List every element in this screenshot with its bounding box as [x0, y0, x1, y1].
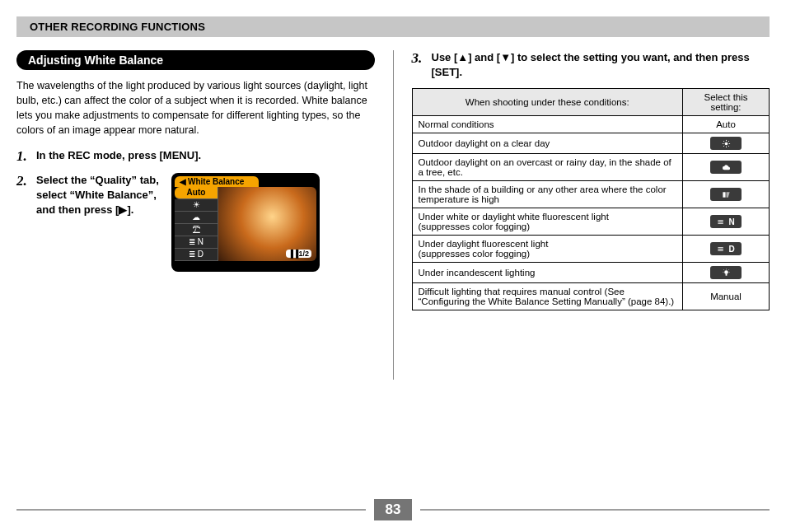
page-footer: 83: [16, 499, 770, 520]
table-row: Outdoor daylight on an overcast or rainy…: [412, 154, 770, 181]
setting-cell: [683, 154, 770, 181]
shade-icon: [710, 188, 742, 201]
step-3: 3. Use [▲] and [▼] to select the setting…: [412, 50, 770, 80]
setting-cell: [683, 181, 770, 208]
sun-icon: [710, 137, 742, 150]
camera-menu-item: ☁: [175, 212, 218, 224]
left-arrow-icon: ◀: [180, 177, 186, 186]
setting-cell: D: [683, 236, 770, 263]
left-column: Adjusting White Balance The wavelengths …: [16, 50, 393, 380]
steps-list-right: 3. Use [▲] and [▼] to select the setting…: [412, 50, 770, 80]
camera-menu-tab-label: White Balance: [188, 177, 244, 186]
condition-cell: Under daylight fluorescent light (suppre…: [412, 236, 683, 263]
battery-icon: ▐▐: [288, 250, 299, 258]
camera-menu-item: ≣ D: [175, 249, 218, 261]
camera-menu-item: ⛱: [175, 224, 218, 236]
fluoro-icon: D: [710, 242, 742, 255]
camera-menu-item: ≣ N: [175, 236, 218, 249]
table-row: Under daylight fluorescent light (suppre…: [412, 236, 770, 263]
cloud-icon: [710, 161, 742, 174]
footer-rule: [16, 509, 366, 511]
step-number: 1.: [16, 148, 36, 165]
intro-paragraph: The wavelengths of the light produced by…: [16, 78, 375, 138]
step-text: Use [▲] and [▼] to select the setting yo…: [432, 50, 770, 80]
white-balance-table: When shooting under these conditions: Se…: [412, 88, 770, 310]
table-header-setting: Select this setting:: [683, 89, 770, 116]
step-1: 1. In the REC mode, press [MENU].: [16, 148, 375, 165]
table-row: Difficult lighting that requires manual …: [412, 283, 770, 310]
camera-menu-screenshot: ◀ White Balance Auto ☀ ☁ ⛱ ≣ N ≣ D: [171, 173, 320, 272]
condition-cell: Outdoor daylight on a clear day: [412, 133, 683, 154]
camera-menu-item: ☀: [175, 199, 218, 212]
table-row: Outdoor daylight on a clear day: [412, 133, 770, 154]
setting-cell: N: [683, 208, 770, 236]
condition-cell: Under white or daylight white fluorescen…: [412, 208, 683, 236]
condition-cell: Outdoor daylight on an overcast or rainy…: [412, 154, 683, 181]
table-header-conditions: When shooting under these conditions:: [412, 89, 683, 116]
fluoro-icon: N: [710, 215, 742, 228]
step-text: In the REC mode, press [MENU].: [36, 148, 201, 165]
table-row: Under white or daylight white fluorescen…: [412, 208, 770, 236]
right-column: 3. Use [▲] and [▼] to select the setting…: [394, 50, 770, 380]
bulb-icon: [710, 266, 742, 279]
camera-page-badge: ▐▐1/2: [286, 250, 311, 258]
table-row: In the shade of a building or any other …: [412, 181, 770, 208]
camera-menu-tab: ◀ White Balance: [175, 176, 259, 187]
step-number: 3.: [412, 50, 432, 80]
camera-menu-item: Auto: [175, 187, 218, 199]
condition-cell: Normal conditions: [412, 116, 683, 133]
topic-heading: Adjusting White Balance: [16, 50, 375, 70]
table-row: Under incandescent lighting: [412, 263, 770, 283]
condition-cell: Under incandescent lighting: [412, 263, 683, 283]
step-text: Select the “Quality” tab, select “White …: [36, 173, 160, 218]
table-header-row: When shooting under these conditions: Se…: [412, 89, 770, 116]
setting-cell: [683, 133, 770, 154]
condition-cell: Difficult lighting that requires manual …: [412, 283, 683, 310]
setting-cell: [683, 263, 770, 283]
footer-rule: [420, 509, 770, 511]
condition-cell: In the shade of a building or any other …: [412, 181, 683, 208]
camera-preview-image: ▐▐1/2: [218, 187, 316, 261]
camera-menu-list: Auto ☀ ☁ ⛱ ≣ N ≣ D: [175, 187, 218, 261]
setting-cell: Manual: [683, 283, 770, 310]
content-columns: Adjusting White Balance The wavelengths …: [16, 50, 770, 380]
step-number: 2.: [16, 173, 36, 272]
setting-cell: Auto: [683, 116, 770, 133]
page-number: 83: [374, 499, 413, 520]
table-row: Normal conditionsAuto: [412, 116, 770, 133]
section-header: OTHER RECORDING FUNCTIONS: [16, 16, 770, 37]
step-2: 2. Select the “Quality” tab, select “Whi…: [16, 173, 375, 272]
steps-list: 1. In the REC mode, press [MENU]. 2. Sel…: [16, 148, 375, 272]
